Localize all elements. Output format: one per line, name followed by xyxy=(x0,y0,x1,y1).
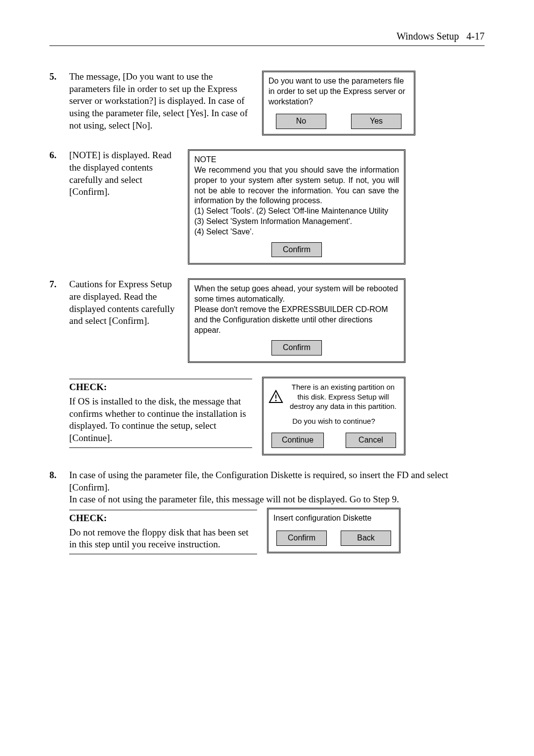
step-number: 7. xyxy=(49,278,69,291)
check-box: CHECK: If OS is installed to the disk, t… xyxy=(69,379,252,447)
dialog-buttons: Continue Cancel xyxy=(268,433,399,449)
step8-text-2: In case of not using the parameter file,… xyxy=(69,493,485,506)
dialog-params-file: Do you want to use the parameters file i… xyxy=(262,71,415,135)
dialog-line-1: When the setup goes ahead, your system w… xyxy=(194,284,399,305)
step8-text-1: In case of using the parameter file, the… xyxy=(69,469,485,493)
check-block-1: CHECK: If OS is installed to the disk, t… xyxy=(49,377,485,455)
header-section: Windows Setup xyxy=(397,31,459,42)
step-5: 5. The message, [Do you want to use the … xyxy=(49,71,485,135)
dialog-buttons: No Yes xyxy=(268,114,409,129)
warning-icon xyxy=(268,390,283,403)
header-page: 4-17 xyxy=(466,31,485,42)
dialog-text: Do you want to use the parameters file i… xyxy=(268,76,409,107)
warning-text: There is an existing partition on this d… xyxy=(287,382,399,411)
dialog-partition-warning: There is an existing partition on this d… xyxy=(262,377,405,455)
check-box: CHECK: Do not remove the floppy disk tha… xyxy=(69,510,257,554)
check-text: If OS is installed to the disk, the mess… xyxy=(69,396,252,445)
confirm-button[interactable]: Confirm xyxy=(271,340,322,356)
check-title: CHECK: xyxy=(69,512,257,525)
step-6: 6. [NOTE] is displayed. Read the display… xyxy=(49,149,485,265)
note-line-2: (3) Select 'System Information Managemen… xyxy=(194,217,399,227)
no-button[interactable]: No xyxy=(276,114,326,129)
check-text: Do not remove the floppy disk that has b… xyxy=(69,527,257,551)
check-block-2: CHECK: Do not remove the floppy disk tha… xyxy=(49,508,485,554)
step-number: 5. xyxy=(49,71,69,83)
page-header: Windows Setup 4-17 xyxy=(49,30,485,46)
step-7: 7. Cautions for Express Setup are displa… xyxy=(49,278,485,363)
continue-button[interactable]: Continue xyxy=(271,433,324,448)
step-body: Cautions for Express Setup are displayed… xyxy=(69,278,188,327)
cancel-button[interactable]: Cancel xyxy=(346,433,396,448)
back-button[interactable]: Back xyxy=(341,531,391,546)
step-body: The message, [Do you want to use the par… xyxy=(69,71,262,132)
dialog-buttons: Confirm Back xyxy=(273,531,394,547)
note-line-1: (1) Select 'Tools'. (2) Select 'Off-line… xyxy=(194,206,399,217)
step-number: 8. xyxy=(49,469,69,482)
warning-row: There is an existing partition on this d… xyxy=(268,382,399,411)
dialog-line-2: Please don't remove the EXPRESSBUILDER C… xyxy=(194,305,399,335)
warning-question: Do you wish to continue? xyxy=(268,416,399,426)
dialog-text: Insert configuration Diskette xyxy=(273,513,394,524)
confirm-button[interactable]: Confirm xyxy=(271,242,322,258)
note-body: We recommend you that you should save th… xyxy=(194,165,399,206)
dialog-cautions: When the setup goes ahead, your system w… xyxy=(188,278,405,363)
yes-button[interactable]: Yes xyxy=(351,114,401,129)
dialog-note: NOTE We recommend you that you should sa… xyxy=(188,149,405,265)
check-title: CHECK: xyxy=(69,381,252,394)
dialog-insert-diskette: Insert configuration Diskette Confirm Ba… xyxy=(267,508,400,553)
confirm-button[interactable]: Confirm xyxy=(276,531,327,546)
step-8: 8. In case of using the parameter file, … xyxy=(49,469,485,506)
step-number: 6. xyxy=(49,149,69,162)
step-body: [NOTE] is displayed. Read the displayed … xyxy=(69,149,188,198)
note-line-3: (4) Select 'Save'. xyxy=(194,227,399,237)
note-title: NOTE xyxy=(194,155,399,165)
svg-point-2 xyxy=(275,400,277,401)
